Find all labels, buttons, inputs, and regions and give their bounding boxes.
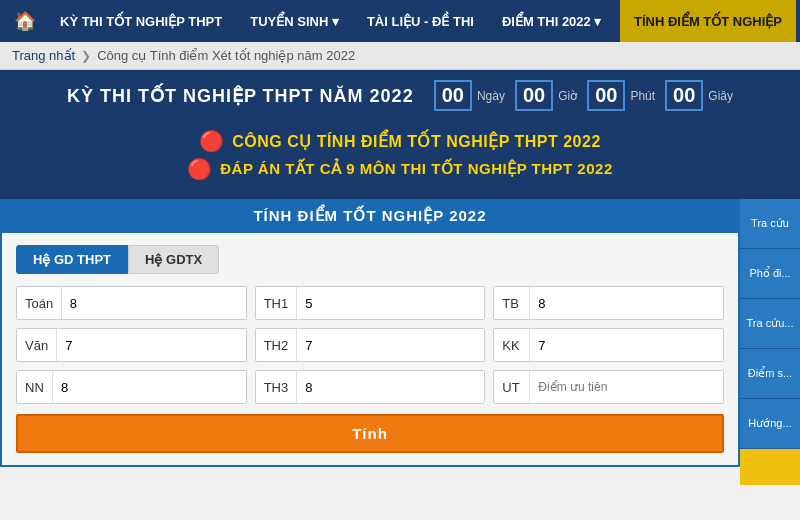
input-van[interactable] bbox=[57, 329, 246, 361]
sidebar-item-diem-s[interactable]: Điểm s... bbox=[740, 349, 800, 399]
days-label: Ngày bbox=[477, 89, 505, 103]
tool-icon-1: 🔴 bbox=[199, 129, 224, 153]
nav-ky-thi[interactable]: KỲ THI TỐT NGHIỆP THPT bbox=[46, 0, 236, 42]
nav-diem-thi[interactable]: ĐIỂM THI 2022 ▾ bbox=[488, 0, 616, 42]
label-toan: Toán bbox=[17, 287, 62, 319]
label-th3: TH3 bbox=[256, 371, 298, 403]
label-th2: TH2 bbox=[256, 329, 298, 361]
input-group-ut: UT bbox=[493, 370, 724, 404]
sidebar-item-pho-diem[interactable]: Phổ đi... bbox=[740, 249, 800, 299]
label-van: Văn bbox=[17, 329, 57, 361]
seconds-label: Giây bbox=[708, 89, 733, 103]
breadcrumb-home[interactable]: Trang nhất bbox=[12, 48, 75, 63]
hours-label: Giờ bbox=[558, 89, 577, 103]
sidebar-item-tra-cuu-2[interactable]: Tra cứu... bbox=[740, 299, 800, 349]
card-body: Hệ GD THPT Hệ GDTX Toán TH1 TB bbox=[0, 233, 740, 467]
input-grid: Toán TH1 TB Văn TH2 bbox=[16, 286, 724, 404]
hours-value: 00 bbox=[515, 80, 553, 111]
input-tb[interactable] bbox=[530, 287, 723, 319]
countdown-minutes: 00 Phút bbox=[587, 80, 655, 111]
input-th3[interactable] bbox=[297, 371, 484, 403]
main-card: TÍNH ĐIỂM TỐT NGHIỆP 2022 Hệ GD THPT Hệ … bbox=[0, 199, 740, 467]
input-group-th1: TH1 bbox=[255, 286, 486, 320]
breadcrumb-current: Công cụ Tính điểm Xét tốt nghiệp năm 202… bbox=[97, 48, 355, 63]
navbar: 🏠 KỲ THI TỐT NGHIỆP THPT TUYỂN SINH ▾ TÀ… bbox=[0, 0, 800, 42]
input-nn[interactable] bbox=[53, 371, 246, 403]
tab-gdtx[interactable]: Hệ GDTX bbox=[128, 245, 219, 274]
input-group-toan: Toán bbox=[16, 286, 247, 320]
seconds-value: 00 bbox=[665, 80, 703, 111]
label-nn: NN bbox=[17, 371, 53, 403]
input-toan[interactable] bbox=[62, 287, 246, 319]
label-th1: TH1 bbox=[256, 287, 298, 319]
input-ut[interactable] bbox=[530, 371, 723, 403]
input-group-van: Văn bbox=[16, 328, 247, 362]
tab-gd-thpt[interactable]: Hệ GD THPT bbox=[16, 245, 128, 274]
nav-tuyen-sinh[interactable]: TUYỂN SINH ▾ bbox=[236, 0, 353, 42]
input-group-tb: TB bbox=[493, 286, 724, 320]
tabs: Hệ GD THPT Hệ GDTX bbox=[16, 245, 724, 274]
countdown-banner: KỲ THI TỐT NGHIỆP THPT NĂM 2022 00 Ngày … bbox=[0, 70, 800, 121]
countdown-days: 00 Ngày bbox=[434, 80, 505, 111]
input-th2[interactable] bbox=[297, 329, 484, 361]
home-icon: 🏠 bbox=[14, 11, 36, 31]
breadcrumb-separator: ❯ bbox=[81, 49, 91, 63]
minutes-value: 00 bbox=[587, 80, 625, 111]
minutes-label: Phút bbox=[630, 89, 655, 103]
input-group-nn: NN bbox=[16, 370, 247, 404]
input-group-th3: TH3 bbox=[255, 370, 486, 404]
sidebar-item-huong[interactable]: Hướng... bbox=[740, 399, 800, 449]
sidebar-item-tra-cuu-1[interactable]: Tra cứu bbox=[740, 199, 800, 249]
input-th1[interactable] bbox=[297, 287, 484, 319]
nav-tinh-diem[interactable]: TÍNH ĐIỂM TỐT NGHIỆP bbox=[620, 0, 796, 42]
days-value: 00 bbox=[434, 80, 472, 111]
sidebar-yellow-button[interactable] bbox=[740, 449, 800, 485]
sidebar: Tra cứu Phổ đi... Tra cứu... Điểm s... H… bbox=[740, 199, 800, 485]
label-ut: UT bbox=[494, 371, 530, 403]
submit-button[interactable]: Tính bbox=[16, 414, 724, 453]
label-tb: TB bbox=[494, 287, 530, 319]
tool-line-1: 🔴 CÔNG CỤ TÍNH ĐIỂM TỐT NGHIỆP THPT 2022 bbox=[16, 129, 784, 153]
nav-tai-lieu[interactable]: TÀI LIỆU - ĐỀ THI bbox=[353, 0, 488, 42]
page-layout: TÍNH ĐIỂM TỐT NGHIỆP 2022 Hệ GD THPT Hệ … bbox=[0, 199, 800, 485]
home-button[interactable]: 🏠 bbox=[4, 0, 46, 42]
input-group-kk: KK bbox=[493, 328, 724, 362]
countdown-seconds: 00 Giây bbox=[665, 80, 733, 111]
countdown-hours: 00 Giờ bbox=[515, 80, 577, 111]
input-kk[interactable] bbox=[530, 329, 723, 361]
tool-icon-2: 🔴 bbox=[187, 157, 212, 181]
tool-banner: 🔴 CÔNG CỤ TÍNH ĐIỂM TỐT NGHIỆP THPT 2022… bbox=[0, 121, 800, 199]
card-header: TÍNH ĐIỂM TỐT NGHIỆP 2022 bbox=[0, 199, 740, 233]
tool-text-main: CÔNG CỤ TÍNH ĐIỂM TỐT NGHIỆP THPT 2022 bbox=[232, 132, 601, 151]
tool-text-sub: ĐÁP ÁN TẤT CẢ 9 MÔN THI TỐT NGHIỆP THPT … bbox=[220, 160, 613, 178]
breadcrumb: Trang nhất ❯ Công cụ Tính điểm Xét tốt n… bbox=[0, 42, 800, 70]
tool-line-2: 🔴 ĐÁP ÁN TẤT CẢ 9 MÔN THI TỐT NGHIỆP THP… bbox=[16, 157, 784, 181]
countdown-title: KỲ THI TỐT NGHIỆP THPT NĂM 2022 bbox=[67, 85, 414, 107]
label-kk: KK bbox=[494, 329, 530, 361]
input-group-th2: TH2 bbox=[255, 328, 486, 362]
